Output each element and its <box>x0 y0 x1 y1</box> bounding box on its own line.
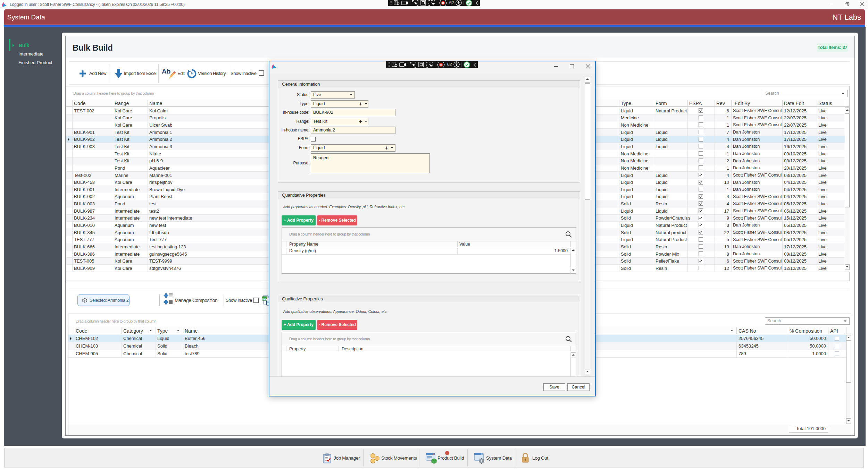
svg-text:XLS: XLS <box>262 297 267 300</box>
